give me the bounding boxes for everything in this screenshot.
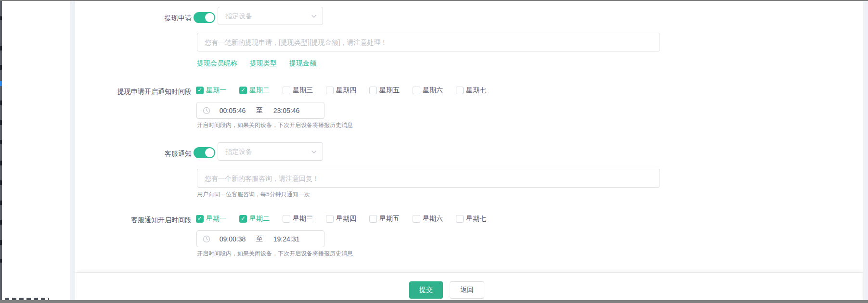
checkbox-unchecked-icon[interactable] [326,215,334,223]
withdraw-schedule-label: 提现申请开启通知时间段 [72,87,192,96]
service-time-range[interactable]: 09:00:38 至 19:24:31 [196,230,324,247]
withdraw-time-range[interactable]: 00:05:46 至 23:05:46 [196,102,324,119]
day-label: 星期一 [206,215,226,223]
toggle-knob [205,148,214,157]
day-label: 星期四 [336,86,356,95]
day-checkbox-item[interactable]: 星期五 [369,215,400,223]
checkbox-unchecked-icon[interactable] [413,87,420,94]
insert-tag-button[interactable]: 提现会员昵称 [197,59,237,68]
day-label: 星期六 [423,215,443,223]
checkbox-checked-icon[interactable] [196,87,204,94]
time-start-value[interactable]: 00:05:46 [215,107,250,114]
service-label: 客服通知 [72,149,192,158]
day-checkbox-item[interactable]: 星期六 [413,215,443,223]
checkbox-unchecked-icon[interactable] [283,87,290,94]
time-end-value[interactable]: 19:24:31 [269,235,304,243]
checkbox-checked-icon[interactable] [239,215,247,223]
settings-page: 提现申请 指定设备 提现会员昵称提现类型提现金额 提现申请开启通知时间段 星期一… [0,0,868,303]
day-label: 星期二 [249,215,270,223]
day-checkbox-item[interactable]: 星期三 [283,215,313,223]
insert-tag-button[interactable]: 提现金额 [289,59,316,68]
withdraw-tag-row: 提现会员昵称提现类型提现金额 [197,59,316,68]
day-checkbox-item[interactable]: 星期五 [369,86,400,95]
day-checkbox-item[interactable]: 星期一 [196,215,226,223]
service-schedule-label: 客服通知开启时间段 [72,215,192,225]
day-label: 星期一 [206,86,226,95]
day-label: 星期七 [466,215,486,223]
day-checkbox-item[interactable]: 星期四 [326,86,356,95]
checkbox-unchecked-icon[interactable] [369,87,377,94]
service-device-select[interactable]: 指定设备 [218,142,323,161]
withdraw-device-select[interactable]: 指定设备 [218,7,323,25]
checkbox-unchecked-icon[interactable] [413,215,420,223]
service-schedule-hint: 开启时间段内，如果关闭设备，下次开启设备将播报历史消息 [197,250,353,258]
clock-icon [203,107,210,114]
withdraw-label: 提现申请 [72,13,192,23]
day-label: 星期二 [249,86,270,95]
checkbox-checked-icon[interactable] [196,215,204,223]
checkbox-unchecked-icon[interactable] [456,87,464,94]
horizontal-scrollbar[interactable] [0,300,868,303]
chevron-down-icon [311,149,317,156]
day-label: 星期三 [293,86,313,95]
checkbox-unchecked-icon[interactable] [283,215,290,223]
day-checkbox-item[interactable]: 星期四 [326,215,356,223]
day-label: 星期六 [423,86,443,95]
day-label: 星期五 [379,215,400,223]
checkbox-unchecked-icon[interactable] [326,87,334,94]
time-end-value[interactable]: 23:05:46 [269,107,304,114]
withdraw-message-input[interactable] [197,33,660,51]
left-panel [2,1,70,300]
day-checkbox-item[interactable]: 星期三 [283,86,313,95]
select-placeholder: 指定设备 [225,7,252,25]
time-separator: 至 [250,235,269,243]
right-scrollbar[interactable] [863,1,868,300]
day-label: 星期七 [466,86,486,95]
submit-button[interactable]: 提交 [409,281,443,299]
day-checkbox-item[interactable]: 星期六 [413,86,443,95]
checkbox-unchecked-icon[interactable] [456,215,464,223]
back-button[interactable]: 返回 [450,281,484,299]
time-separator: 至 [250,106,269,115]
checkbox-unchecked-icon[interactable] [369,215,377,223]
chevron-down-icon [311,13,317,21]
day-label: 星期三 [293,215,313,223]
day-checkbox-item[interactable]: 星期七 [456,86,486,95]
insert-tag-button[interactable]: 提现类型 [250,59,277,68]
service-day-row: 星期一星期二星期三星期四星期五星期六星期七 [196,215,486,223]
checkbox-checked-icon[interactable] [239,87,247,94]
toggle-knob [205,13,214,22]
time-start-value[interactable]: 09:00:38 [215,235,250,243]
withdraw-toggle[interactable] [194,12,215,23]
day-label: 星期四 [336,215,356,223]
day-checkbox-item[interactable]: 星期七 [456,215,486,223]
select-placeholder: 指定设备 [225,143,252,160]
withdraw-schedule-hint: 开启时间段内，如果关闭设备，下次开启设备将播报历史消息 [197,121,353,129]
day-checkbox-item[interactable]: 星期二 [239,215,270,223]
service-hint: 用户向同一位客服咨询，每5分钟只通知一次 [197,190,310,199]
service-message-input[interactable] [197,169,660,188]
clock-icon [203,235,210,243]
service-toggle[interactable] [194,147,215,158]
day-checkbox-item[interactable]: 星期二 [239,86,270,95]
day-checkbox-item[interactable]: 星期一 [196,86,226,95]
withdraw-day-row: 星期一星期二星期三星期四星期五星期六星期七 [196,86,486,95]
day-label: 星期五 [379,86,400,95]
